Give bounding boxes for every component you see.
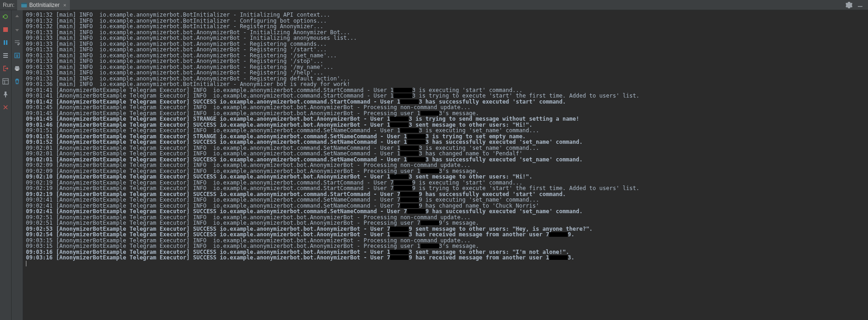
svg-rect-3 <box>4 40 5 45</box>
settings-icon[interactable] <box>846 2 852 8</box>
close-icon[interactable] <box>2 104 9 111</box>
redacted <box>407 134 426 139</box>
redacted <box>407 140 426 144</box>
layout-icon[interactable] <box>2 78 9 85</box>
redacted <box>390 174 409 179</box>
redacted <box>400 128 419 133</box>
redacted <box>390 117 409 121</box>
redacted <box>390 232 409 237</box>
redacted <box>421 244 439 248</box>
log-line: 09:01:36 [main] INFO io.example.anonymiz… <box>26 81 868 87</box>
log-line: 09:02:54 [AnonymizerBotExample Telegram … <box>26 232 868 238</box>
redacted <box>400 203 419 208</box>
down-icon[interactable] <box>13 26 21 33</box>
run-tool-header: Run: BotInitializer × <box>0 0 868 10</box>
clear-all-icon[interactable] <box>13 78 21 85</box>
redacted <box>394 180 412 185</box>
svg-rect-1 <box>21 3 27 4</box>
minimize-icon[interactable] <box>857 2 863 8</box>
log-line: 09:03:15 [AnonymizerBotExample Telegram … <box>26 243 868 249</box>
caret <box>26 261 26 266</box>
log-line: 09:03:16 [AnonymizerBotExample Telegram … <box>26 255 868 261</box>
run-actions-column <box>0 10 12 320</box>
redacted <box>394 186 412 191</box>
svg-rect-10 <box>15 66 19 68</box>
svg-rect-12 <box>16 69 19 71</box>
log-line: 09:01:32 [main] INFO io.example.anonymiz… <box>26 12 868 18</box>
redacted <box>407 209 426 214</box>
log-line: 09:02:41 [AnonymizerBotExample Telegram … <box>26 209 868 215</box>
log-line: 09:01:33 [main] INFO io.example.anonymiz… <box>26 47 868 53</box>
up-icon[interactable] <box>13 13 21 20</box>
log-line: 09:02:10 [AnonymizerBotExample Telegram … <box>26 174 868 180</box>
log-line: 09:02:09 [AnonymizerBotExample Telegram … <box>26 162 868 168</box>
run-label: Run: <box>3 2 14 8</box>
console-actions-column <box>12 10 23 320</box>
redacted <box>421 221 439 225</box>
log-line: 09:02:19 [AnonymizerBotExample Telegram … <box>26 185 868 191</box>
redacted <box>400 151 419 156</box>
redacted <box>400 192 419 197</box>
log-line: 09:01:45 [AnonymizerBotExample Telegram … <box>26 105 868 111</box>
log-line: 09:01:52 [AnonymizerBotExample Telegram … <box>26 139 868 145</box>
log-line: 09:02:41 [AnonymizerBotExample Telegram … <box>26 197 868 203</box>
dump-threads-icon[interactable] <box>2 52 9 59</box>
redacted <box>400 146 419 150</box>
redacted <box>549 255 568 260</box>
run-config-tab[interactable]: BotInitializer × <box>17 0 70 10</box>
svg-rect-6 <box>3 55 8 56</box>
log-line: 09:01:33 [main] INFO io.example.anonymiz… <box>26 58 868 64</box>
log-line: 09:01:41 [AnonymizerBotExample Telegram … <box>26 93 868 99</box>
redacted <box>390 227 409 231</box>
scroll-to-end-icon[interactable] <box>13 52 21 59</box>
run-config-tab-label: BotInitializer <box>29 2 59 8</box>
log-line: 09:02:51 [AnonymizerBotExample Telegram … <box>26 220 868 226</box>
soft-wrap-icon[interactable] <box>13 39 21 46</box>
redacted <box>421 111 439 116</box>
rerun-icon[interactable] <box>2 13 9 20</box>
pause-icon[interactable] <box>2 39 9 46</box>
log-line: 09:01:45 [AnonymizerBotExample Telegram … <box>26 116 868 122</box>
close-icon[interactable]: × <box>63 2 66 8</box>
svg-rect-4 <box>6 40 7 45</box>
svg-rect-2 <box>3 27 8 32</box>
log-line: 09:01:51 [AnonymizerBotExample Telegram … <box>26 128 868 134</box>
redacted <box>549 232 568 237</box>
redacted <box>400 197 419 202</box>
svg-rect-8 <box>3 79 8 84</box>
redacted <box>394 93 412 98</box>
redacted <box>421 169 439 173</box>
redacted <box>394 88 412 92</box>
redacted <box>400 99 419 104</box>
application-icon <box>21 2 27 8</box>
exit-icon[interactable] <box>2 65 9 72</box>
print-icon[interactable] <box>13 65 21 72</box>
console-output[interactable]: 09:01:32 [main] INFO io.example.anonymiz… <box>23 10 868 320</box>
log-line: 09:02:01 [AnonymizerBotExample Telegram … <box>26 151 868 157</box>
log-line: 09:01:32 [main] INFO io.example.anonymiz… <box>26 24 868 30</box>
log-line: 09:01:33 [main] INFO io.example.anonymiz… <box>26 70 868 76</box>
redacted <box>390 255 409 260</box>
redacted <box>390 123 409 127</box>
pin-icon[interactable] <box>2 91 9 98</box>
log-line: 09:01:33 [main] INFO io.example.anonymiz… <box>26 35 868 41</box>
svg-rect-7 <box>3 57 8 58</box>
stop-icon[interactable] <box>2 26 9 33</box>
redacted <box>407 157 426 162</box>
redacted <box>390 250 409 254</box>
svg-rect-5 <box>3 53 8 54</box>
